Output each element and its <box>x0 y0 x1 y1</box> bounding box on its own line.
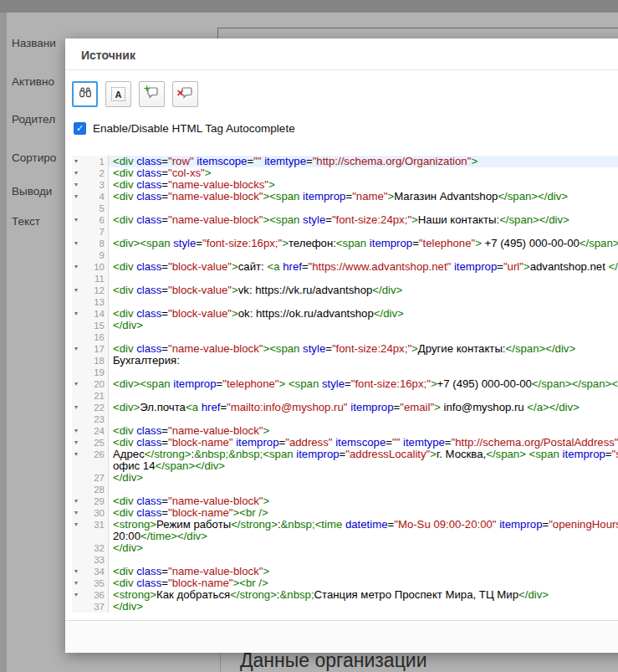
code-line[interactable]: ▾8<div><span style="font-size:16px;">тел… <box>65 238 618 249</box>
code-line[interactable]: ▾25<div class="block-name" itemprop="add… <box>65 437 618 449</box>
code-line[interactable]: ▾14<div class="block-value">ok: https://… <box>65 308 618 320</box>
code-line[interactable]: ▾24<div class="name-value-block"> <box>65 425 618 437</box>
code-line[interactable]: ▾36<strong>Как добраться</strong>:&nbsp;… <box>65 589 618 601</box>
code-text[interactable] <box>109 249 618 261</box>
code-line[interactable]: 27</div> <box>65 472 618 484</box>
code-text[interactable]: <div>Эл.почта<a href="mailto:info@myshop… <box>109 402 618 413</box>
fold-arrow-icon[interactable]: ▾ <box>72 507 84 519</box>
code-text[interactable] <box>109 203 618 214</box>
code-text[interactable]: </div> <box>109 601 618 613</box>
fold-arrow-icon[interactable]: ▾ <box>72 285 84 296</box>
code-text[interactable] <box>109 367 618 378</box>
code-line[interactable]: ▾1<div class="row" itemscope="" itemtype… <box>65 156 618 167</box>
fold-arrow-icon[interactable]: ▾ <box>72 214 84 226</box>
code-line[interactable]: 11 <box>65 273 618 285</box>
code-line[interactable]: 16 <box>65 331 618 343</box>
code-text[interactable]: <div class="name-value-blocks"> <box>109 179 618 191</box>
code-line[interactable]: 33 <box>65 554 618 566</box>
fold-arrow-icon[interactable]: ▾ <box>72 449 84 460</box>
code-line[interactable]: ▾4<div class="name-value-block"><span it… <box>65 191 618 203</box>
code-text[interactable]: <strong>Как добраться</strong>:&nbsp;Ста… <box>109 589 618 601</box>
fold-arrow-icon[interactable]: ▾ <box>72 308 84 320</box>
fold-arrow-icon[interactable]: ▾ <box>72 261 84 273</box>
code-text[interactable]: <div class="row" itemscope="" itemtype="… <box>109 156 618 167</box>
code-line[interactable]: ▾34<div class="name-value-block"> <box>65 566 618 577</box>
code-text[interactable]: 20:00</time></div> <box>109 531 618 542</box>
code-line[interactable]: ▾20<div><span itemprop="telephone"> <spa… <box>65 378 618 390</box>
code-line-wrap[interactable]: 20:00</time></div> <box>65 531 618 542</box>
code-text[interactable] <box>109 273 618 285</box>
code-text[interactable] <box>109 296 618 308</box>
code-line[interactable]: ▾3<div class="name-value-blocks"> <box>65 179 618 191</box>
code-line[interactable]: 5 <box>65 203 618 214</box>
fold-arrow-icon[interactable]: ▾ <box>72 437 84 449</box>
code-text[interactable]: <div class="name-value-block"><span styl… <box>109 214 618 226</box>
code-text[interactable]: <div class="block-name"><br /> <box>109 507 618 519</box>
code-text[interactable]: <div><span style="font-size:16px;">телеф… <box>109 238 618 249</box>
code-line[interactable]: ▾22<div>Эл.почта<a href="mailto:info@mys… <box>65 402 618 413</box>
fold-arrow-icon[interactable]: ▾ <box>72 238 84 249</box>
code-line[interactable]: 18Бухгалтерия: <box>65 355 618 367</box>
code-text[interactable]: <div class="name-value-block"> <box>109 566 618 577</box>
code-text[interactable]: <div class="block-name"><br /> <box>109 577 618 589</box>
code-text[interactable]: <div class="name-value-block"><span styl… <box>109 343 618 355</box>
code-text[interactable] <box>109 554 618 566</box>
code-text[interactable]: <div class="block-value">vk: https://vk.… <box>109 285 618 296</box>
code-line[interactable]: 7 <box>65 226 618 238</box>
code-line[interactable]: 21 <box>65 390 618 402</box>
code-line[interactable]: 19 <box>65 367 618 378</box>
code-line[interactable]: ▾30<div class="block-name"><br /> <box>65 507 618 519</box>
comment-button[interactable]: + <box>139 81 165 107</box>
fold-arrow-icon[interactable]: ▾ <box>72 343 84 355</box>
fold-arrow-icon[interactable]: ▾ <box>72 191 84 203</box>
code-text[interactable]: <div class="block-value">ok: https://ok.… <box>109 308 618 320</box>
fold-arrow-icon[interactable]: ▾ <box>72 589 84 601</box>
code-text[interactable]: <strong>Режим работы</strong>:&nbsp;<tim… <box>109 519 618 531</box>
code-text[interactable]: <div><span itemprop="telephone"> <span s… <box>109 378 618 390</box>
code-line[interactable]: ▾10<div class="block-value">сайт: <a hre… <box>65 261 618 273</box>
code-line[interactable]: 23 <box>65 413 618 425</box>
fold-arrow-icon[interactable]: ▾ <box>72 402 84 413</box>
code-text[interactable]: <div class="block-value">сайт: <a href="… <box>109 261 618 273</box>
code-line[interactable]: ▾26Адрес</strong>:&nbsp;&nbsp;<span item… <box>65 449 618 460</box>
fold-arrow-icon[interactable]: ▾ <box>72 156 84 167</box>
code-line[interactable]: ▾31<strong>Режим работы</strong>:&nbsp;<… <box>65 519 618 531</box>
uncomment-button[interactable]: ✕ <box>172 81 198 107</box>
autocomplete-checkbox[interactable]: ✓ <box>74 122 86 135</box>
fold-arrow-icon[interactable]: ▾ <box>72 519 84 531</box>
code-text[interactable] <box>109 226 618 238</box>
source-editor[interactable]: ▾1<div class="row" itemscope="" itemtype… <box>65 156 618 613</box>
fold-arrow-icon[interactable]: ▾ <box>72 179 84 191</box>
fold-arrow-icon[interactable]: ▾ <box>72 495 84 507</box>
code-text[interactable]: <div class="name-value-block"> <box>109 495 618 507</box>
code-line[interactable]: ▾29<div class="name-value-block"> <box>65 495 618 507</box>
code-text[interactable]: </div> <box>109 320 618 331</box>
fold-arrow-icon[interactable]: ▾ <box>72 378 84 390</box>
code-text[interactable]: </div> <box>109 472 618 484</box>
code-text[interactable] <box>109 413 618 425</box>
code-line[interactable]: 28 <box>65 484 618 495</box>
code-text[interactable] <box>109 331 618 343</box>
code-line[interactable]: ▾6<div class="name-value-block"><span st… <box>65 214 618 226</box>
code-text[interactable]: <div class="name-value-block"> <box>109 425 618 437</box>
code-line-wrap[interactable]: офис 14</span></div> <box>65 460 618 472</box>
code-line[interactable]: 37</div> <box>65 601 618 613</box>
code-text[interactable]: <div class="name-value-block"><span item… <box>109 191 618 203</box>
code-line[interactable]: ▾17<div class="name-value-block"><span s… <box>65 343 618 355</box>
code-text[interactable]: Адрес</strong>:&nbsp;&nbsp;<span itempro… <box>109 449 618 460</box>
code-text[interactable]: Бухгалтерия: <box>109 355 618 367</box>
autoformat-button[interactable]: A <box>105 81 131 107</box>
code-line[interactable]: 9 <box>65 249 618 261</box>
code-line[interactable]: ▾12<div class="block-value">vk: https://… <box>65 285 618 296</box>
code-line[interactable]: ▾35<div class="block-name"><br /> <box>65 577 618 589</box>
code-text[interactable] <box>109 390 618 402</box>
search-button[interactable] <box>72 81 98 107</box>
code-line[interactable]: 15</div> <box>65 320 618 331</box>
code-text[interactable] <box>109 484 618 495</box>
code-text[interactable]: офис 14</span></div> <box>109 460 618 472</box>
code-line[interactable]: 32</div> <box>65 542 618 554</box>
fold-arrow-icon[interactable]: ▾ <box>72 577 84 589</box>
fold-arrow-icon[interactable]: ▾ <box>72 167 84 179</box>
fold-arrow-icon[interactable]: ▾ <box>72 566 84 577</box>
code-text[interactable]: </div> <box>109 542 618 554</box>
